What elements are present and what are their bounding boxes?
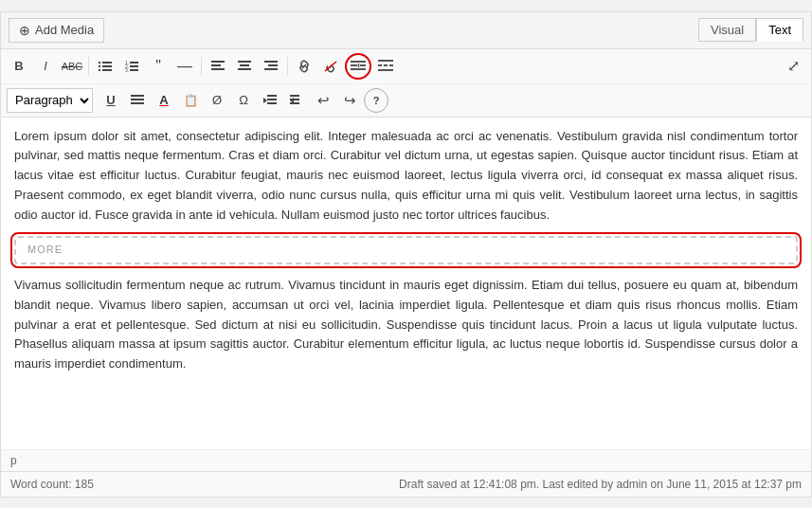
status-bar: Word count: 185 Draft saved at 12:41:08 … xyxy=(1,471,811,497)
path-bar: p xyxy=(1,449,811,471)
ordered-list-button[interactable]: 1. 2. 3. xyxy=(119,54,144,79)
bold-button[interactable]: B xyxy=(7,54,31,79)
italic-button[interactable]: I xyxy=(33,54,58,79)
svg-rect-37 xyxy=(267,99,277,100)
word-count-label: Word count: xyxy=(10,478,71,491)
unlink-icon xyxy=(323,60,338,73)
fullscreen-button[interactable]: ⤢ xyxy=(781,54,805,79)
indent-icon xyxy=(290,95,303,106)
strikethrough-button[interactable]: ABC xyxy=(60,54,84,79)
svg-rect-41 xyxy=(290,99,299,100)
toolbar-row-2: Paragraph Heading 1 Heading 2 Heading 3 … xyxy=(1,84,811,117)
indent-button[interactable] xyxy=(284,88,309,113)
ul-icon xyxy=(99,60,112,73)
draft-status: Draft saved at 12:41:08 pm. Last edited … xyxy=(399,478,802,491)
svg-rect-22 xyxy=(351,61,366,63)
editor-container: ⊕ Add Media Visual Text B I ABC xyxy=(0,11,812,498)
svg-rect-3 xyxy=(102,65,112,67)
insert-more-icon xyxy=(351,61,366,72)
svg-rect-42 xyxy=(290,102,299,104)
content-paragraph-1: Lorem ipsum dolor sit amet, consectetur … xyxy=(14,127,798,226)
unordered-list-button[interactable] xyxy=(93,54,117,79)
svg-rect-25 xyxy=(351,68,366,70)
clear-format-button[interactable]: Ø xyxy=(205,88,229,113)
svg-rect-5 xyxy=(102,69,112,71)
svg-rect-27 xyxy=(378,60,393,62)
divider xyxy=(88,57,89,76)
more-divider: MORE xyxy=(14,236,798,264)
word-count-area: Word count: 185 xyxy=(10,478,94,491)
top-bar: ⊕ Add Media Visual Text xyxy=(1,12,811,49)
more-label: MORE xyxy=(16,242,74,259)
content-area[interactable]: Lorem ipsum dolor sit amet, consectetur … xyxy=(1,118,811,449)
svg-rect-20 xyxy=(264,68,278,70)
help-button[interactable]: ? xyxy=(364,88,388,113)
underline-button[interactable]: U xyxy=(99,88,123,113)
outdent-icon xyxy=(263,95,277,106)
font-color-button[interactable]: A xyxy=(152,88,176,113)
justify-button[interactable] xyxy=(125,88,150,113)
svg-rect-23 xyxy=(351,64,357,66)
add-media-icon: ⊕ xyxy=(19,23,30,38)
svg-rect-39 xyxy=(290,95,299,97)
special-char-button[interactable]: Ω xyxy=(231,88,256,113)
page-break-button[interactable] xyxy=(373,54,398,79)
svg-rect-7 xyxy=(130,62,138,64)
tab-visual[interactable]: Visual xyxy=(698,18,756,42)
page-break-icon xyxy=(378,60,393,73)
outdent-button[interactable] xyxy=(258,88,282,113)
svg-rect-18 xyxy=(264,61,278,63)
svg-rect-31 xyxy=(378,69,393,71)
align-right-icon xyxy=(264,61,278,72)
align-center-icon xyxy=(238,61,251,72)
paste-text-button[interactable]: 📋 xyxy=(178,88,203,113)
svg-rect-15 xyxy=(238,61,251,63)
tab-text[interactable]: Text xyxy=(756,18,803,42)
path-label: p xyxy=(10,454,17,467)
align-left-button[interactable] xyxy=(206,54,230,79)
svg-rect-19 xyxy=(268,64,278,66)
add-media-label: Add Media xyxy=(35,23,94,37)
word-count-value: 185 xyxy=(75,478,94,491)
paragraph-select[interactable]: Paragraph Heading 1 Heading 2 Heading 3 xyxy=(7,88,93,113)
add-media-button[interactable]: ⊕ Add Media xyxy=(9,18,104,43)
justify-icon xyxy=(131,95,144,106)
svg-rect-14 xyxy=(211,68,225,70)
svg-rect-9 xyxy=(130,65,138,67)
toolbar: B I ABC 1. 2. 3 xyxy=(1,49,811,118)
link-button[interactable] xyxy=(292,54,316,79)
svg-marker-36 xyxy=(263,98,267,103)
link-icon xyxy=(297,60,312,73)
svg-text:3.: 3. xyxy=(125,67,129,73)
svg-rect-11 xyxy=(130,69,138,71)
unlink-button[interactable] xyxy=(318,54,343,79)
svg-rect-38 xyxy=(267,102,277,104)
hr-button[interactable]: — xyxy=(172,54,197,79)
svg-rect-4 xyxy=(99,69,100,71)
redo-button[interactable]: ↪ xyxy=(337,88,362,113)
svg-rect-2 xyxy=(99,65,100,67)
align-right-button[interactable] xyxy=(259,54,283,79)
insert-more-button[interactable] xyxy=(345,53,371,80)
svg-rect-24 xyxy=(360,64,366,66)
svg-rect-29 xyxy=(384,64,388,66)
svg-rect-13 xyxy=(211,64,221,66)
svg-rect-34 xyxy=(131,102,144,104)
divider3 xyxy=(287,57,288,76)
svg-rect-0 xyxy=(99,62,100,64)
blockquote-button[interactable]: " xyxy=(146,54,171,79)
toolbar-row-1: B I ABC 1. 2. 3 xyxy=(1,49,811,84)
svg-rect-33 xyxy=(131,99,144,100)
divider2 xyxy=(201,57,202,76)
svg-rect-35 xyxy=(267,95,277,97)
svg-rect-17 xyxy=(238,68,251,70)
svg-rect-28 xyxy=(378,64,382,66)
undo-button[interactable]: ↩ xyxy=(311,88,335,113)
svg-rect-12 xyxy=(211,61,225,63)
svg-rect-30 xyxy=(389,64,393,66)
align-center-button[interactable] xyxy=(232,54,257,79)
content-paragraph-2: Vivamus sollicitudin fermentum neque ac … xyxy=(14,276,798,374)
view-tabs: Visual Text xyxy=(698,18,803,42)
align-left-icon xyxy=(211,61,225,72)
svg-rect-16 xyxy=(240,64,249,66)
